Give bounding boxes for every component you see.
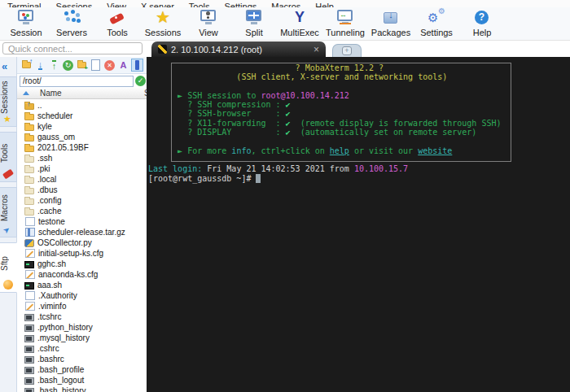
- refresh-icon[interactable]: [62, 59, 74, 72]
- terminal-line: ? MobaXterm 12.2 ?: [148, 63, 502, 72]
- folder-icon: [24, 114, 34, 120]
- file-row[interactable]: .Xauthority: [17, 290, 147, 301]
- servers-icon: [61, 9, 82, 27]
- terminal-line: [root@rwt_gaussdb ~]#: [148, 174, 502, 183]
- tunneling-icon: ↔: [335, 9, 356, 27]
- sidebar-tab-sessions[interactable]: Sessions: [0, 76, 17, 127]
- file-row[interactable]: .bash_history: [17, 385, 147, 392]
- quick-connect-input[interactable]: [2, 42, 142, 54]
- toolbar-servers-button[interactable]: Servers: [49, 9, 94, 37]
- file-row[interactable]: .bashrc: [17, 354, 147, 364]
- toolbar-session-button[interactable]: Session: [3, 9, 49, 37]
- file-name: .config: [37, 196, 61, 205]
- terminal-line: ► SSH session to root@10.100.14.212: [148, 91, 502, 100]
- file-list-header[interactable]: Name Si: [17, 88, 147, 99]
- file-row[interactable]: testone: [17, 216, 147, 227]
- toolbar-settings-button[interactable]: Settings: [414, 9, 459, 37]
- file-row[interactable]: ..: [17, 100, 147, 111]
- file-row[interactable]: OSCollector.py: [17, 237, 147, 248]
- file-name: .tcshrc: [37, 312, 61, 321]
- file-row[interactable]: .config: [17, 195, 147, 206]
- terminal-line: [148, 82, 502, 91]
- file-row[interactable]: .local: [17, 174, 147, 185]
- rename-icon[interactable]: [117, 59, 129, 72]
- file-row[interactable]: .python_history: [17, 322, 147, 333]
- close-tab-icon[interactable]: ×: [314, 45, 319, 54]
- terminal-line: ? SSH compression : ✔: [148, 100, 502, 109]
- new-tab-button[interactable]: +: [332, 44, 362, 57]
- collapse-sidebar-icon[interactable]: «: [2, 60, 7, 72]
- file-row[interactable]: .tcshrc: [17, 311, 147, 322]
- file-name: .Xauthority: [38, 291, 77, 300]
- newfile-icon[interactable]: [90, 59, 102, 72]
- download-icon[interactable]: [34, 59, 46, 72]
- file-row[interactable]: initial-setup-ks.cfg: [17, 248, 147, 259]
- file-name: .bashrc: [37, 355, 64, 364]
- toolbar-sessions-button[interactable]: Sessions: [140, 9, 186, 37]
- delete-icon[interactable]: [103, 59, 116, 72]
- sidebar-tab-label: Macros: [0, 190, 15, 226]
- terminal-tab-icon: [158, 45, 167, 54]
- toolbar-multiexec-button[interactable]: MultiExec: [277, 9, 322, 37]
- file-row[interactable]: gghc.sh: [17, 259, 147, 269]
- sidebar-tab-sftp[interactable]: Sftp: [0, 242, 17, 293]
- file-plain-icon: [25, 291, 35, 300]
- file-script-dark-icon: [24, 282, 34, 290]
- toolbar-packages-button[interactable]: ↓Packages: [368, 9, 414, 37]
- toolbar-help-button[interactable]: Help: [459, 9, 505, 37]
- file-row[interactable]: aaa.sh: [17, 280, 147, 290]
- toolbar-tunneling-button[interactable]: ↔Tunneling: [322, 9, 368, 37]
- file-row[interactable]: 2021.05.19BF: [17, 142, 147, 153]
- file-row[interactable]: .bash_logout: [17, 375, 147, 385]
- file-row[interactable]: scheduler: [17, 111, 147, 121]
- toolbar-button-label: Help: [459, 28, 505, 37]
- folder-pale-icon: [24, 177, 34, 184]
- ball-icon: [3, 280, 13, 290]
- file-row[interactable]: scheduler-release.tar.gz: [17, 227, 147, 237]
- file-archive-icon: [25, 228, 35, 237]
- left-sidebar: « SessionsToolsMacrosSftp: [0, 57, 17, 392]
- file-row[interactable]: .viminfo: [17, 301, 147, 311]
- menu-bar: TerminalSessionsViewX serverToolsSetting…: [0, 0, 570, 7]
- sidebar-tab-macros[interactable]: Macros: [0, 187, 17, 237]
- file-name: aaa.sh: [37, 281, 62, 290]
- file-row[interactable]: kyle: [17, 121, 147, 132]
- tab-bar: 2. 10.100.14.212 (root) × +: [147, 41, 570, 57]
- name-column-header[interactable]: Name: [40, 89, 62, 98]
- upload-icon[interactable]: [48, 59, 60, 72]
- file-row[interactable]: .ssh: [17, 153, 147, 163]
- folder-pale-icon: [24, 167, 34, 173]
- file-row[interactable]: .bash_profile: [17, 364, 147, 375]
- folder-pale-icon: [24, 209, 34, 216]
- sftp-path-input[interactable]: [20, 76, 134, 87]
- toolbar-view-button[interactable]: View: [186, 9, 231, 37]
- file-row[interactable]: .cache: [17, 206, 147, 216]
- toolbar-tools-button[interactable]: Tools: [94, 9, 140, 37]
- sidebar-tab-label: Sftp: [0, 246, 15, 281]
- folder-icon: [24, 135, 34, 142]
- file-name: .viminfo: [38, 302, 66, 311]
- tab-title: 2. 10.100.14.212 (root): [171, 45, 262, 54]
- file-row[interactable]: anaconda-ks.cfg: [17, 269, 147, 280]
- toolbar-split-button[interactable]: Split: [231, 9, 277, 37]
- sidebar-tab-tools[interactable]: Tools: [0, 132, 17, 182]
- file-row[interactable]: .mysql_history: [17, 333, 147, 343]
- tools-icon: [107, 9, 128, 27]
- file-row[interactable]: .dbus: [17, 185, 147, 195]
- mobaxterm-window: TerminalSessionsViewX serverToolsSetting…: [0, 0, 570, 392]
- file-row[interactable]: gauss_om: [17, 132, 147, 142]
- file-row[interactable]: .pki: [17, 163, 147, 174]
- terminal-text: ? MobaXterm 12.2 ? (SSH client, X-server…: [148, 63, 502, 183]
- terminal-line: ► For more info, ctrl+click on help or v…: [148, 146, 502, 155]
- terminal-area[interactable]: ? MobaXterm 12.2 ? (SSH client, X-server…: [147, 57, 570, 392]
- newfolder-icon[interactable]: +: [76, 59, 88, 72]
- homefolder-icon[interactable]: ↑: [20, 59, 33, 72]
- toolbar-button-label: View: [186, 28, 231, 37]
- file-name: .bash_logout: [37, 376, 84, 385]
- file-config-icon: [25, 270, 35, 279]
- path-confirm-icon[interactable]: ✓: [135, 76, 146, 86]
- tab-active-session[interactable]: 2. 10.100.14.212 (root) ×: [151, 41, 326, 57]
- file-row[interactable]: .cshrc: [17, 343, 147, 354]
- toolbar-button-label: Session: [3, 28, 49, 37]
- bar-icon[interactable]: [131, 59, 143, 72]
